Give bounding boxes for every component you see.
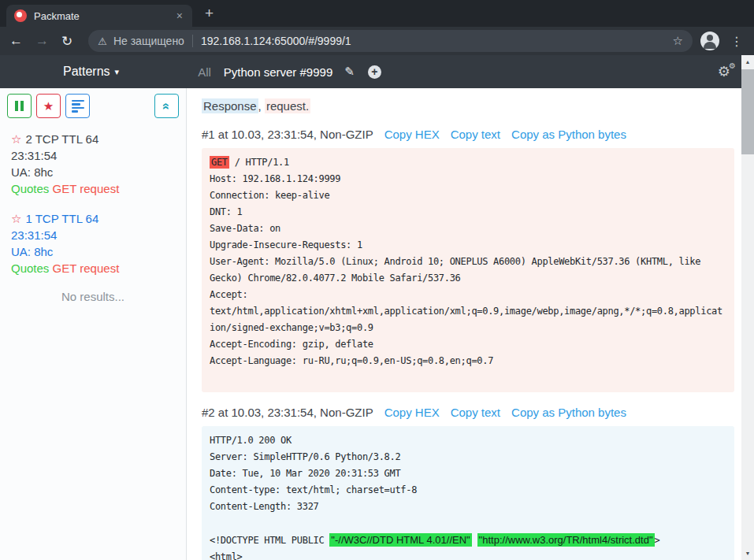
packet-body-line: text/html,application/xhtml+xml,applicat… [210, 303, 726, 320]
new-tab-button[interactable]: + [205, 3, 214, 24]
packet-header: #2 at 10.03, 23:31:54, Non-GZIPCopy HEXC… [202, 406, 741, 419]
packet-body-line: Save-Data: on [210, 221, 726, 237]
body-text: > [655, 535, 660, 546]
body-text: text/html,application/xhtml+xml,applicat… [210, 306, 722, 317]
favorites-filter-button[interactable]: ★ [36, 94, 61, 118]
star-icon: ★ [43, 99, 54, 113]
scroll-up-icon[interactable]: ▲ [741, 56, 754, 68]
copy-link-copy-hex[interactable]: Copy HEX [384, 128, 440, 141]
settings-gears-icon[interactable]: ⚙ ⚙ [718, 63, 730, 80]
security-label[interactable]: Не защищено [113, 35, 184, 47]
pattern-tag: GET request [53, 261, 120, 275]
tab-title: Packmate [34, 10, 175, 22]
packet-item-title-text: 1 TCP TTL 64 [25, 212, 98, 225]
packet-body-line: Host: 192.168.1.124:9999 [210, 171, 726, 187]
packet-body-line [210, 515, 726, 532]
packet-body-line: User-Agent: Mozilla/5.0 (Linux; Android … [210, 254, 726, 270]
packet-body-line: <html> [210, 549, 726, 560]
copy-link-copy-text[interactable]: Copy text [451, 128, 500, 141]
packet-list: ☆2 TCP TTL 6423:31:54UA: 8hcQuotes GET r… [0, 118, 186, 276]
pattern-tag: Quotes [11, 261, 49, 275]
body-text: Content-Length: 3327 [210, 501, 319, 512]
packet-list-item[interactable]: ☆1 TCP TTL 6423:31:54UA: 8hcQuotes GET r… [11, 210, 175, 276]
pattern-tag: GET request [53, 182, 120, 195]
tab-current-channel[interactable]: Python server #9999 [224, 65, 332, 79]
body-text: / HTTP/1.1 [229, 157, 289, 168]
tab-all-channels[interactable]: All [198, 65, 211, 79]
body-text: <html> [210, 551, 243, 560]
pause-capture-button[interactable] [7, 94, 32, 118]
packet-item-time: 23:31:54 [11, 147, 175, 164]
patterns-label: Patterns [63, 65, 110, 79]
pause-icon [15, 101, 24, 111]
browser-tab[interactable]: Packmate × [6, 5, 192, 27]
packet-item-title: ☆2 TCP TTL 64 [11, 131, 175, 147]
page-scrollbar[interactable]: ▲ ▼ [741, 55, 754, 560]
pattern-legend: Response, request. [202, 98, 741, 114]
edit-channel-icon[interactable]: ✎ [344, 65, 355, 79]
omnibox-divider [192, 35, 193, 47]
favorite-star-icon[interactable]: ☆ [11, 212, 21, 225]
packet-body-line [210, 369, 726, 386]
browser-tab-bar: Packmate × + [0, 0, 754, 27]
copy-link-copy-as-python-bytes[interactable]: Copy as Python bytes [511, 406, 626, 419]
packet-body-line: <!DOCTYPE HTML PUBLIC "-//W3C//DTD HTML … [210, 532, 726, 549]
packet-body-line: Accept: [210, 287, 726, 303]
body-text: Accept-Language: ru-RU,ru;q=0.9,en-US;q=… [210, 355, 493, 366]
packet-item-title: ☆1 TCP TTL 64 [11, 210, 175, 227]
packet-body-line: Upgrade-Insecure-Requests: 1 [210, 237, 726, 254]
packet-body-line: DNT: 1 [210, 204, 726, 221]
packmate-favicon-icon [14, 9, 27, 22]
copy-link-copy-hex[interactable]: Copy HEX [384, 406, 440, 419]
body-text: <!DOCTYPE HTML PUBLIC [210, 535, 329, 546]
copy-link-copy-text[interactable]: Copy text [451, 406, 500, 419]
legend-segment: request. [265, 98, 310, 113]
body-text: Server: SimpleHTTP/0.6 Python/3.8.2 [210, 451, 400, 462]
packet-meta: #2 at 10.03, 23:31:54, Non-GZIP [202, 406, 373, 419]
packet-body-response: HTTP/1.0 200 OKServer: SimpleHTTP/0.6 Py… [202, 426, 734, 560]
body-text: Accept-Encoding: gzip, deflate [210, 339, 373, 350]
packet-item-tags: Quotes GET request [11, 260, 175, 276]
no-results-label: No results... [0, 290, 186, 303]
packet-list-item[interactable]: ☆2 TCP TTL 6423:31:54UA: 8hcQuotes GET r… [11, 131, 175, 197]
double-chevron-up-icon: « [160, 102, 174, 109]
packet-item-title-text: 2 TCP TTL 64 [25, 132, 98, 146]
content-area: ★ « ☆2 TCP TTL 6423:31:54UA: 8hcQuotes G… [0, 88, 741, 560]
packet-body-line: Content-Length: 3327 [210, 499, 726, 515]
url-text[interactable]: 192.168.1.124:65000/#/9999/1 [201, 35, 673, 47]
align-left-icon [72, 100, 84, 113]
add-channel-button[interactable]: + [368, 65, 381, 79]
profile-avatar[interactable] [700, 32, 719, 50]
packet-body-request: GET / HTTP/1.1Host: 192.168.1.124:9999Co… [202, 148, 734, 392]
packet-body-line: Connection: keep-alive [210, 187, 726, 204]
packet-body-line: ion/signed-exchange;v=b3;q=0.9 [210, 320, 726, 336]
sidebar: ★ « ☆2 TCP TTL 6423:31:54UA: 8hcQuotes G… [0, 88, 187, 560]
patterns-dropdown[interactable]: Patterns ▾ [63, 65, 119, 79]
bookmark-star-icon[interactable]: ☆ [673, 34, 683, 48]
tab-close-icon[interactable]: × [175, 9, 184, 22]
browser-menu-icon[interactable]: ⋮ [730, 34, 743, 49]
packet-item-tags: Quotes GET request [11, 180, 175, 197]
legend-segment: Response [202, 98, 258, 113]
pattern-tag: Quotes [11, 182, 49, 195]
packet-body-line: HTTP/1.0 200 OK [210, 432, 726, 449]
sidebar-toolbar: ★ « [0, 88, 186, 118]
packet-meta: #1 at 10.03, 23:31:54, Non-GZIP [202, 128, 373, 141]
body-text: User-Agent: Mozilla/5.0 (Linux; Android … [210, 256, 700, 267]
highlighted-match: "-//W3C//DTD HTML 4.01//EN" [329, 533, 471, 547]
security-warning-icon: ⚠ [98, 35, 107, 47]
scroll-down-icon[interactable]: ▼ [741, 547, 754, 559]
back-icon[interactable]: ← [9, 33, 23, 49]
forward-icon[interactable]: → [35, 33, 49, 49]
browser-toolbar: ← → ↻ ⚠ Не защищено 192.168.1.124:65000/… [0, 27, 754, 55]
list-filter-button[interactable] [65, 94, 90, 118]
favorite-star-icon[interactable]: ☆ [11, 132, 21, 146]
scrollbar-thumb[interactable] [741, 69, 754, 154]
copy-link-copy-as-python-bytes[interactable]: Copy as Python bytes [511, 128, 626, 141]
body-text: Gecko) Chrome/82.0.4077.2 Mobile Safari/… [210, 273, 461, 284]
collapse-button[interactable]: « [154, 94, 179, 118]
reload-icon[interactable]: ↻ [61, 33, 72, 50]
packet-item-ua: UA: 8hc [11, 243, 175, 260]
highlighted-match: "http://www.w3.org/TR/html4/strict.dtd" [477, 533, 655, 547]
address-bar[interactable]: ⚠ Не защищено 192.168.1.124:65000/#/9999… [88, 30, 693, 52]
